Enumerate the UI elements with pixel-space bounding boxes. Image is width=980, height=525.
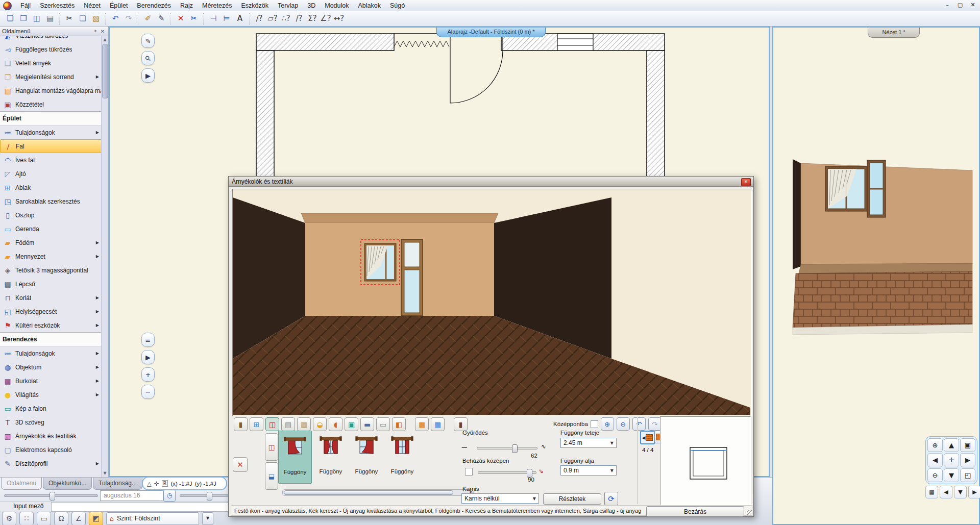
sidebar-item-ablak[interactable]: ⊞Ablak bbox=[0, 181, 102, 194]
category-wall-lamp-button[interactable]: ◖ bbox=[329, 417, 342, 431]
sidebar-item-vilagitas[interactable]: ●Világítás▶ bbox=[0, 388, 102, 402]
format-brush-button[interactable]: ✐ bbox=[142, 13, 154, 25]
close-dialog-button[interactable]: Bezárás bbox=[646, 506, 744, 517]
open-button[interactable]: ❐ bbox=[17, 13, 30, 25]
delete-curtain-button[interactable]: ✕ bbox=[233, 457, 248, 472]
curtain-thumbnail-4[interactable]: Függöny bbox=[385, 431, 419, 484]
list-button[interactable]: ≡ bbox=[141, 333, 155, 347]
dialog-titlebar[interactable]: Árnyékolók és textíliák ✕ bbox=[229, 177, 753, 187]
relative-coords-icon[interactable]: R bbox=[162, 480, 168, 487]
close-button[interactable]: ✕ bbox=[969, 1, 977, 9]
settings-button[interactable]: ⚙ bbox=[2, 512, 16, 525]
sidebar-item-tulajdonsagok[interactable]: ≔Tulajdonságok▶ bbox=[0, 346, 102, 360]
curtain-3d-preview[interactable] bbox=[232, 189, 752, 416]
sidebar-item-burkolat[interactable]: ▦Burkolat▶ bbox=[0, 374, 102, 388]
new-button[interactable]: ❏ bbox=[4, 13, 16, 25]
category-shutter-button[interactable]: ▤ bbox=[281, 417, 295, 431]
left-slider[interactable] bbox=[4, 494, 98, 497]
pinch-slider[interactable] bbox=[478, 471, 536, 474]
sidebar-scrollbar[interactable]: ▲ ▼ bbox=[101, 36, 108, 477]
category-roller-blind-button[interactable]: ▥ bbox=[297, 417, 311, 431]
zoom-window-button[interactable]: ◰ bbox=[960, 468, 975, 482]
sidebar-item-fuggoleges-tukrozes[interactable]: ◅Függőleges tükrözés bbox=[0, 42, 102, 56]
pan-button[interactable]: ✛ bbox=[944, 453, 959, 467]
category-cabinet-button[interactable]: ◧ bbox=[392, 417, 406, 431]
prev-wall-button[interactable]: ◀ bbox=[640, 431, 655, 444]
wrinkle-slider-thumb[interactable] bbox=[512, 444, 518, 453]
sidebar-item-ives-fal[interactable]: ◠Íves fal bbox=[0, 153, 102, 167]
view3d-panel[interactable]: Nézet 1 * ⊕▲▣◀✛▶⊖▼◰ ▦◀▼▶ bbox=[772, 27, 980, 525]
sketch-button[interactable]: ✎ bbox=[141, 34, 155, 48]
menu-eszkozok[interactable]: Eszközök bbox=[236, 1, 273, 11]
sidebar-item-helyisegpecset[interactable]: ◱Helyiségpecsét▶ bbox=[0, 305, 102, 318]
sidebar-item-kep-a-falon[interactable]: ▭Kép a falon bbox=[0, 402, 102, 415]
sidebar-item-kulteri-eszkozok[interactable]: ⚑Kültéri eszközök▶ bbox=[0, 318, 102, 332]
close-icon[interactable]: ✕ bbox=[99, 29, 106, 34]
text-leader-button[interactable]: A bbox=[234, 13, 246, 25]
sidebar-item-mennyezet[interactable]: ▰Mennyezet▶ bbox=[0, 249, 102, 263]
tab-objektumko[interactable]: Objektumkö... bbox=[43, 478, 92, 490]
sidebar-item-hangulat-montazs-vagolapra-masolasa[interactable]: ▤Hangulat montázs vágólapra másolása bbox=[0, 84, 102, 97]
grid-button[interactable]: ∷ bbox=[19, 512, 34, 525]
sidebar-item-ajto[interactable]: ◸Ajtó bbox=[0, 167, 102, 181]
delete-button[interactable]: ✕ bbox=[175, 13, 187, 25]
sidebar-item-diszitoprofil[interactable]: ✎Díszítőprofil▶ bbox=[0, 457, 102, 470]
magnifier-button[interactable]: ⚲ bbox=[141, 51, 155, 65]
floorplan-tab[interactable]: Alaprajz -Default - Földszint (0 m) * bbox=[436, 28, 546, 37]
pan-down-button[interactable]: ▼ bbox=[944, 468, 959, 482]
tab-oldalmenu[interactable]: Oldalmenü bbox=[1, 478, 42, 490]
curtain-top-select[interactable]: 2.45 m▼ bbox=[560, 438, 617, 448]
zoom-out-button[interactable]: ⊖ bbox=[617, 417, 630, 431]
rod-select[interactable]: Karnis nélkül▼ bbox=[461, 493, 539, 504]
measure-dist-button[interactable]: ↔? bbox=[333, 13, 345, 25]
zoom-in-button[interactable]: ⊕ bbox=[927, 438, 943, 452]
curtain-bottom-select[interactable]: 0.9 m▼ bbox=[560, 465, 617, 476]
sidebar-item-3d-szoveg[interactable]: T3D szöveg bbox=[0, 415, 102, 429]
menu-meretezes[interactable]: Méretezés bbox=[198, 1, 236, 11]
sidebar-item-tetosik-3-magassagponttal[interactable]: ◈Tetősík 3 magasságponttal bbox=[0, 263, 102, 277]
sidebar-item-kozzetetel[interactable]: ▣Közzététel bbox=[0, 97, 102, 111]
paste-button[interactable]: ▧ bbox=[90, 13, 102, 25]
locate-icon[interactable]: ✛ bbox=[154, 480, 159, 487]
play-button[interactable]: ▶ bbox=[141, 68, 155, 83]
sidebar-item-elektromos-kapcsolo[interactable]: ▢Elektromos kapcsoló bbox=[0, 443, 102, 457]
category-bed-button[interactable]: ▬ bbox=[360, 417, 374, 431]
pin-icon[interactable]: ⌖ bbox=[92, 28, 99, 34]
pan-up-button[interactable]: ▲ bbox=[944, 438, 959, 452]
cut-button[interactable]: ✂ bbox=[63, 13, 76, 25]
measure-point-button[interactable]: ∴? bbox=[280, 13, 292, 25]
magnet-button[interactable]: Ω bbox=[54, 512, 68, 525]
category-shelf-button[interactable]: ▭ bbox=[376, 417, 390, 431]
thumbnail-scrollbar-thumb[interactable] bbox=[284, 490, 453, 495]
sidebar-item-oszlop[interactable]: ▯Oszlop bbox=[0, 208, 102, 222]
resize-grip[interactable] bbox=[747, 510, 753, 516]
sidebar-item-korlat[interactable]: ⊓Korlát▶ bbox=[0, 291, 102, 305]
trim-button[interactable]: ✂ bbox=[188, 13, 200, 25]
date-field[interactable]: augusztus 16 bbox=[100, 490, 163, 501]
clock-button[interactable]: ◷ bbox=[163, 490, 176, 502]
copy-button[interactable]: ❏ bbox=[77, 13, 89, 25]
measure-box-button[interactable]: ▱? bbox=[266, 13, 279, 25]
minus-button[interactable]: − bbox=[141, 385, 155, 399]
menu-3d[interactable]: 3D bbox=[303, 1, 320, 11]
menu-fajl[interactable]: Fájl bbox=[16, 1, 35, 11]
floor-selector-arrow[interactable]: ▼ bbox=[202, 512, 213, 525]
axes-button[interactable]: ∠ bbox=[71, 512, 86, 525]
category-tile-blue-button[interactable]: ▦ bbox=[431, 417, 445, 431]
category-tile-orange-button[interactable]: ▦ bbox=[415, 417, 429, 431]
scrollbar-thumb[interactable] bbox=[102, 44, 108, 98]
sidebar-item-arnyekolok-es-textiliak[interactable]: ▥Árnyékolók és textíliák bbox=[0, 429, 102, 443]
sidebar-item-gerenda[interactable]: ▭Gerenda bbox=[0, 222, 102, 236]
sidebar-item-megjelenitesi-sorrend[interactable]: ❐Megjelenítési sorrend▶ bbox=[0, 70, 102, 84]
sidebar-item-fodem[interactable]: ▰Födém▶ bbox=[0, 236, 102, 249]
pinch-box-icon[interactable] bbox=[465, 468, 473, 476]
category-picture-button[interactable]: ▣ bbox=[345, 417, 358, 431]
grid-button[interactable]: ▦ bbox=[925, 486, 938, 498]
zoom-in-button[interactable]: ⊕ bbox=[601, 417, 614, 431]
measure-sum-button[interactable]: Σ? bbox=[306, 13, 318, 25]
curtain-thumbnail-2[interactable]: Függöny bbox=[314, 431, 348, 484]
menu-tervlap[interactable]: Tervlap bbox=[273, 1, 303, 11]
details-button[interactable]: Részletek bbox=[543, 493, 601, 505]
floor-selector[interactable]: ⌂ Szint: Földszint bbox=[106, 512, 199, 525]
curtain-style-button[interactable]: ◫ bbox=[265, 433, 278, 461]
